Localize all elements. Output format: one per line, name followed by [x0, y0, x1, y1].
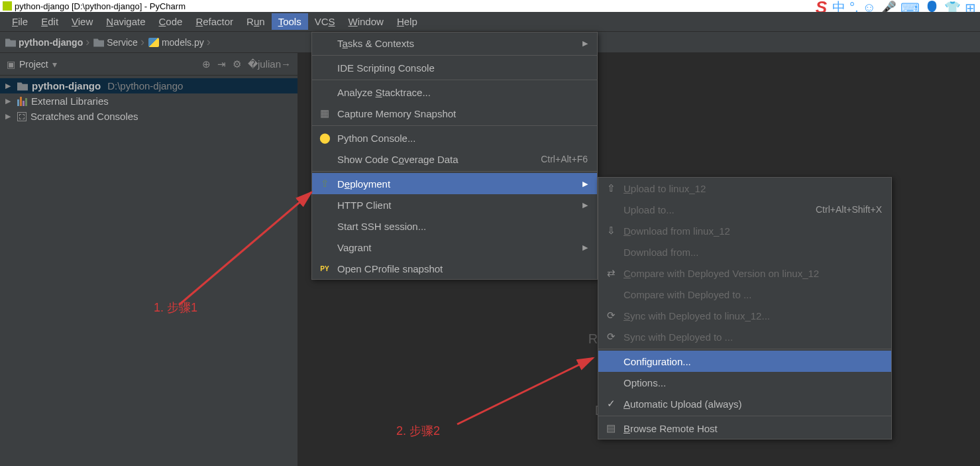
tray-icon: 🎤 [880, 0, 897, 12]
menu-vagrant[interactable]: Vagrant▶ [312, 237, 597, 258]
menu-view[interactable]: View [65, 13, 99, 30]
sogou-icon: S [816, 0, 827, 12]
menu-bar: File Edit View Navigate Code Refactor Ru… [0, 12, 980, 32]
menu-configuration[interactable]: Configuration... [598, 351, 891, 372]
menu-vcs[interactable]: VCS [308, 13, 342, 30]
gear-icon[interactable]: ⚙ [233, 58, 241, 70]
project-tree: ▶ python-django D:\python-django ▶ Exter… [0, 76, 298, 127]
separator [312, 80, 597, 80]
check-icon: ✓ [605, 398, 617, 410]
menu-sync[interactable]: ⟳Sync with Deployed to linux_12... [598, 305, 891, 326]
menu-compare[interactable]: ⇄Compare with Deployed Version on linux_… [598, 262, 891, 284]
menu-download[interactable]: ⇩Download from linux_12 [598, 220, 891, 241]
tree-label: python-django [32, 80, 101, 91]
window-title: python-django [D:\python-django] - PyCha… [15, 1, 186, 11]
menu-help[interactable]: Help [390, 13, 424, 30]
menu-run[interactable]: Run [240, 13, 272, 30]
tree-label: Scratches and Consoles [30, 111, 138, 122]
title-bar: python-django [D:\python-django] - PyCha… [0, 0, 980, 12]
chevron-icon: › [85, 35, 89, 49]
expand-arrow-icon[interactable]: ▶ [5, 82, 13, 90]
menu-ssh-session[interactable]: Start SSH session... [312, 215, 597, 237]
snapshot-icon: ▦ [319, 107, 331, 119]
menu-navigate[interactable]: Navigate [99, 13, 152, 30]
menu-code-coverage[interactable]: Show Code Coverage DataCtrl+Alt+F6 [312, 148, 597, 170]
chevron-icon: › [207, 35, 211, 49]
tray-icon: 👤 [924, 0, 940, 12]
tree-path: D:\python-django [107, 80, 183, 91]
system-tray-icons: S 中 °, ☺ 🎤 ⌨ 👤 👕 ⊞ [816, 0, 976, 12]
menu-cprofile[interactable]: PYOpen CProfile snapshot [312, 258, 597, 279]
expand-arrow-icon[interactable]: ▶ [5, 112, 13, 121]
download-icon: ⇩ [605, 225, 617, 237]
menu-upload[interactable]: ⇧Upload to linux_12 [598, 178, 891, 199]
chevron-icon: › [140, 35, 144, 49]
crumb-label: python-django [19, 37, 83, 48]
menu-http-client[interactable]: HTTP Client▶ [312, 194, 597, 215]
deploy-icon: ⇧ [319, 178, 331, 190]
menu-python-console[interactable]: ⬤Python Console... [312, 127, 597, 148]
menu-window[interactable]: Window [342, 13, 390, 30]
list-icon: ▤ [605, 422, 617, 434]
menu-tasks[interactable]: Tasks & Contexts▶ [312, 32, 597, 54]
tray-icon: ⊞ [965, 0, 976, 12]
crumb-root[interactable]: python-django › [5, 35, 92, 49]
separator [312, 171, 597, 172]
separator [312, 125, 597, 126]
tools-dropdown: Tasks & Contexts▶ IDE Scripting Console … [311, 32, 598, 280]
locate-icon[interactable]: ⊕ [202, 58, 211, 70]
tray-icon: 👕 [944, 0, 961, 12]
deployment-submenu: ⇧Upload to linux_12 Upload to...Ctrl+Alt… [598, 177, 892, 439]
tree-scratches[interactable]: ▶ Scratches and Consoles [0, 109, 298, 124]
scratch-icon [17, 112, 27, 121]
sidebar-title: Project [19, 59, 48, 70]
menu-options[interactable]: Options... [598, 372, 891, 393]
menu-analyze-stacktrace[interactable]: Analyze Stacktrace... [312, 82, 597, 103]
sidebar-header: ▣ Project ▾ ⊕ ⇥ ⚙ �julian→ [0, 53, 298, 76]
menu-upload-to[interactable]: Upload to...Ctrl+Alt+Shift+X [598, 199, 891, 220]
python-icon: ⬤ [319, 132, 331, 144]
menu-compare-to[interactable]: Compare with Deployed to ... [598, 284, 891, 305]
crumb-mid[interactable]: Service › [93, 35, 147, 49]
separator [598, 349, 891, 349]
hide-icon[interactable]: �julian→ [248, 58, 291, 70]
menu-file[interactable]: File [5, 13, 34, 30]
folder-icon [5, 38, 16, 47]
project-sidebar: ▣ Project ▾ ⊕ ⇥ ⚙ �julian→ ▶ python-djan… [0, 53, 298, 466]
crumb-label: models.py [162, 37, 204, 48]
sync-icon: ⟳ [605, 331, 617, 343]
python-file-icon [148, 38, 159, 47]
sync-icon: ⟳ [605, 310, 617, 321]
collapse-icon[interactable]: ⇥ [217, 58, 226, 70]
menu-browse-remote[interactable]: ▤Browse Remote Host [598, 418, 891, 439]
menu-code[interactable]: Code [152, 13, 190, 30]
separator [312, 55, 597, 56]
crumb-label: Service [107, 37, 138, 48]
menu-tools[interactable]: Tools [272, 13, 308, 30]
compare-icon: ⇄ [605, 267, 617, 279]
expand-arrow-icon[interactable]: ▶ [5, 97, 13, 105]
menu-sync-to[interactable]: ⟳Sync with Deployed to ... [598, 326, 891, 347]
folder-icon [17, 82, 28, 91]
tray-icon: ☺ [863, 0, 876, 12]
tray-icon: °, [849, 0, 859, 12]
separator [598, 416, 891, 416]
dropdown-icon[interactable]: ▾ [52, 59, 57, 70]
menu-ide-scripting[interactable]: IDE Scripting Console [312, 57, 597, 78]
tree-root[interactable]: ▶ python-django D:\python-django [0, 78, 298, 93]
tree-external-libs[interactable]: ▶ External Libraries [0, 93, 298, 109]
menu-capture-memory[interactable]: ▦Capture Memory Snapshot [312, 103, 597, 124]
crumb-leaf[interactable]: models.py › [148, 35, 213, 49]
tree-label: External Libraries [31, 95, 109, 107]
menu-refactor[interactable]: Refactor [189, 13, 240, 30]
app-icon [3, 1, 12, 11]
upload-icon: ⇧ [605, 182, 617, 194]
menu-auto-upload[interactable]: ✓Automatic Upload (always) [598, 393, 891, 414]
library-icon [17, 97, 27, 106]
menu-edit[interactable]: Edit [34, 13, 65, 30]
tray-icon: 中 [832, 0, 845, 12]
menu-download-from[interactable]: Download from... [598, 241, 891, 262]
menu-deployment[interactable]: ⇧Deployment▶ [312, 173, 597, 194]
tray-icon: ⌨ [900, 0, 920, 12]
folder-icon [93, 38, 104, 47]
